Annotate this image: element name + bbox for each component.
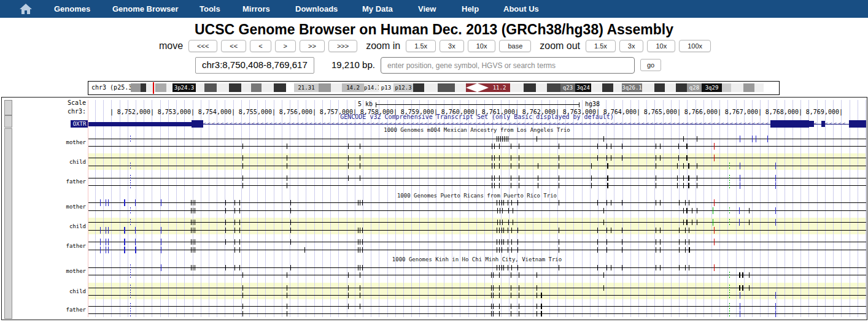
variant-tick <box>130 163 131 169</box>
track-label-child[interactable]: child <box>2 159 86 165</box>
variant-tick <box>130 136 131 142</box>
move-button-2[interactable]: < <box>250 40 271 52</box>
zoom-in-button-0[interactable]: 1.5x <box>406 40 436 52</box>
variant-tick <box>195 208 195 213</box>
variant-tick <box>537 285 537 291</box>
nav-item-my-data[interactable]: My Data <box>362 4 393 13</box>
move-button-5[interactable]: >>> <box>328 40 357 52</box>
track-label-mother[interactable]: mother <box>2 204 86 210</box>
variant-tick <box>239 220 240 225</box>
home-icon[interactable] <box>19 3 33 15</box>
variant-tick <box>508 136 508 142</box>
variant-tick <box>537 304 537 309</box>
variant-tick <box>242 272 243 278</box>
zoom-out-button-0[interactable]: 1.5x <box>586 40 616 52</box>
variant-tick <box>130 207 131 214</box>
variant-tick <box>492 175 492 181</box>
variant-tick <box>106 239 106 245</box>
position-display[interactable]: chr3:8,750,408-8,769,617 <box>195 57 314 74</box>
ideogram-band <box>131 83 141 92</box>
move-button-3[interactable]: > <box>275 40 296 52</box>
zoom-in-button-2[interactable]: 10x <box>468 40 496 52</box>
track-label-father[interactable]: father <box>2 178 86 185</box>
variant-tick <box>660 265 661 270</box>
variant-tick <box>541 293 542 298</box>
ideogram-band <box>743 83 754 92</box>
track-drag-handle[interactable] <box>4 115 12 128</box>
track-label-father[interactable]: father <box>2 307 86 313</box>
genome-browser-image[interactable]: Scalechr3:OXTR|8,752,000|8,753,000|8,754… <box>1 97 867 320</box>
variant-tick <box>360 265 360 270</box>
variant-tick <box>193 265 193 270</box>
nav-item-tools[interactable]: Tools <box>200 4 220 13</box>
variant-tick <box>511 311 511 316</box>
ideogram-band <box>286 83 294 92</box>
variant-tick <box>739 207 740 214</box>
track-plot-area[interactable]: |8,752,000|8,753,000|8,754,000|8,755,000… <box>88 100 866 318</box>
variant-tick <box>195 220 195 225</box>
scale-bar-line <box>376 104 579 105</box>
zoom-in-button-1[interactable]: 3x <box>440 40 464 52</box>
nav-item-downloads[interactable]: Downloads <box>295 4 338 13</box>
variant-tick <box>740 163 740 169</box>
variant-tick <box>597 155 598 161</box>
variant-tick <box>677 183 678 188</box>
trio-track-title[interactable]: 1000 Genomes Kinh in Ho Chi Minh City, V… <box>88 256 866 263</box>
variant-tick <box>775 310 776 317</box>
track-label-mother[interactable]: mother <box>2 139 86 145</box>
ideogram-band: q23 <box>560 83 575 92</box>
gencode-track-title[interactable]: GENCODE v32 Comprehensive Transcript Set… <box>88 113 866 120</box>
variant-tick <box>191 228 192 233</box>
ideogram-band <box>196 83 204 92</box>
zoom-in-button-3[interactable]: base <box>499 40 531 52</box>
ideogram-centromere <box>466 83 477 92</box>
variant-tick <box>519 144 519 149</box>
nav-item-view[interactable]: View <box>418 4 436 13</box>
variant-tick <box>191 200 192 205</box>
move-button-4[interactable]: >> <box>300 40 325 52</box>
variant-tick <box>193 200 193 205</box>
nav-item-genome-browser[interactable]: Genome Browser <box>112 4 179 13</box>
variant-tick <box>503 265 504 270</box>
variant-tick <box>502 208 503 213</box>
nav-item-mirrors[interactable]: Mirrors <box>242 4 270 13</box>
variant-tick <box>290 208 291 213</box>
variant-tick <box>130 310 131 317</box>
gene-track-label[interactable]: OXTR <box>71 120 88 128</box>
variant-tick <box>606 265 607 270</box>
variant-tick <box>508 228 508 233</box>
haplotype-line <box>88 250 866 250</box>
variant-tick <box>606 247 607 253</box>
variant-tick <box>559 175 559 181</box>
track-label-child[interactable]: child <box>2 288 86 294</box>
ideogram-band: 14.2 <box>342 83 364 92</box>
zoom-out-button-2[interactable]: 10x <box>647 40 675 52</box>
variant-tick <box>686 155 688 161</box>
nav-item-help[interactable]: Help <box>462 4 479 13</box>
ideogram-chrom-label: chr3 (p25.3) <box>91 84 136 91</box>
variant-tick <box>362 247 363 253</box>
trio-track-title[interactable]: 1000 Genomes m004 Mexican Ancestry from … <box>88 127 866 133</box>
track-label-mother[interactable]: mother <box>2 268 86 274</box>
variant-tick <box>689 265 689 270</box>
move-button-1[interactable]: << <box>221 40 246 52</box>
variant-tick <box>491 293 492 298</box>
nav-item-genomes[interactable]: Genomes <box>54 4 90 13</box>
chromosome-ideogram[interactable]: chr3 (p25.3)3p24.321.3114.2p14.1p13p12.3… <box>88 81 780 95</box>
go-button[interactable]: go <box>640 59 661 71</box>
nav-item-about-us[interactable]: About Us <box>503 4 539 13</box>
variant-tick <box>239 228 240 233</box>
trio-track-title[interactable]: 1000 Genomes Puerto Ricans from Puerto R… <box>88 193 866 199</box>
variant-tick <box>660 200 661 205</box>
variant-tick <box>597 265 598 270</box>
search-input[interactable] <box>381 57 635 74</box>
move-button-0[interactable]: <<< <box>188 40 217 52</box>
variant-tick <box>519 175 519 181</box>
variant-tick <box>360 285 360 291</box>
variant-tick <box>606 239 607 245</box>
track-label-child[interactable]: child <box>2 223 86 229</box>
variant-tick <box>348 304 349 309</box>
track-label-father[interactable]: father <box>2 243 86 249</box>
zoom-out-button-1[interactable]: 3x <box>619 40 644 52</box>
zoom-out-button-3[interactable]: 100x <box>679 40 711 52</box>
